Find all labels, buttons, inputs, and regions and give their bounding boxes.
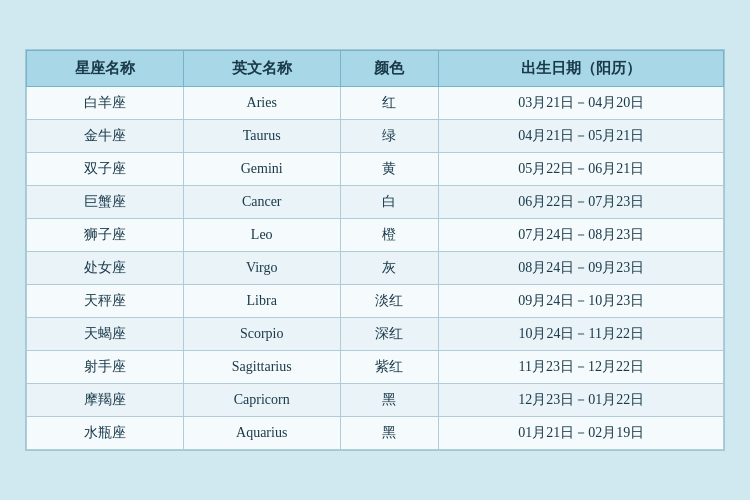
cell-color: 黑 (340, 384, 439, 417)
cell-dates: 06月22日－07月23日 (439, 186, 724, 219)
cell-color: 灰 (340, 252, 439, 285)
table-row: 天蝎座Scorpio深红10月24日－11月22日 (27, 318, 724, 351)
cell-color: 橙 (340, 219, 439, 252)
table-row: 巨蟹座Cancer白06月22日－07月23日 (27, 186, 724, 219)
cell-dates: 12月23日－01月22日 (439, 384, 724, 417)
cell-chinese-name: 水瓶座 (27, 417, 184, 450)
cell-english-name: Leo (183, 219, 340, 252)
header-chinese-name: 星座名称 (27, 51, 184, 87)
cell-color: 黑 (340, 417, 439, 450)
cell-chinese-name: 狮子座 (27, 219, 184, 252)
table-header-row: 星座名称 英文名称 颜色 出生日期（阳历） (27, 51, 724, 87)
cell-english-name: Scorpio (183, 318, 340, 351)
cell-english-name: Taurus (183, 120, 340, 153)
cell-color: 红 (340, 87, 439, 120)
cell-color: 绿 (340, 120, 439, 153)
cell-english-name: Cancer (183, 186, 340, 219)
table-row: 双子座Gemini黄05月22日－06月21日 (27, 153, 724, 186)
table-body: 白羊座Aries红03月21日－04月20日金牛座Taurus绿04月21日－0… (27, 87, 724, 450)
cell-color: 黄 (340, 153, 439, 186)
cell-chinese-name: 处女座 (27, 252, 184, 285)
header-english-name: 英文名称 (183, 51, 340, 87)
table-row: 狮子座Leo橙07月24日－08月23日 (27, 219, 724, 252)
zodiac-table-container: 星座名称 英文名称 颜色 出生日期（阳历） 白羊座Aries红03月21日－04… (25, 49, 725, 451)
cell-dates: 08月24日－09月23日 (439, 252, 724, 285)
cell-dates: 05月22日－06月21日 (439, 153, 724, 186)
zodiac-table: 星座名称 英文名称 颜色 出生日期（阳历） 白羊座Aries红03月21日－04… (26, 50, 724, 450)
cell-dates: 09月24日－10月23日 (439, 285, 724, 318)
cell-english-name: Aquarius (183, 417, 340, 450)
cell-chinese-name: 天秤座 (27, 285, 184, 318)
cell-chinese-name: 摩羯座 (27, 384, 184, 417)
header-color: 颜色 (340, 51, 439, 87)
cell-color: 深红 (340, 318, 439, 351)
cell-dates: 11月23日－12月22日 (439, 351, 724, 384)
cell-dates: 07月24日－08月23日 (439, 219, 724, 252)
cell-dates: 04月21日－05月21日 (439, 120, 724, 153)
cell-english-name: Libra (183, 285, 340, 318)
cell-dates: 01月21日－02月19日 (439, 417, 724, 450)
cell-dates: 03月21日－04月20日 (439, 87, 724, 120)
cell-dates: 10月24日－11月22日 (439, 318, 724, 351)
cell-english-name: Capricorn (183, 384, 340, 417)
cell-color: 紫红 (340, 351, 439, 384)
table-row: 射手座Sagittarius紫红11月23日－12月22日 (27, 351, 724, 384)
cell-chinese-name: 白羊座 (27, 87, 184, 120)
table-row: 处女座Virgo灰08月24日－09月23日 (27, 252, 724, 285)
table-row: 水瓶座Aquarius黑01月21日－02月19日 (27, 417, 724, 450)
table-row: 天秤座Libra淡红09月24日－10月23日 (27, 285, 724, 318)
cell-english-name: Sagittarius (183, 351, 340, 384)
cell-chinese-name: 巨蟹座 (27, 186, 184, 219)
cell-chinese-name: 金牛座 (27, 120, 184, 153)
cell-chinese-name: 双子座 (27, 153, 184, 186)
cell-color: 白 (340, 186, 439, 219)
cell-english-name: Aries (183, 87, 340, 120)
header-dates: 出生日期（阳历） (439, 51, 724, 87)
cell-chinese-name: 天蝎座 (27, 318, 184, 351)
table-row: 金牛座Taurus绿04月21日－05月21日 (27, 120, 724, 153)
cell-color: 淡红 (340, 285, 439, 318)
table-row: 摩羯座Capricorn黑12月23日－01月22日 (27, 384, 724, 417)
cell-english-name: Gemini (183, 153, 340, 186)
table-row: 白羊座Aries红03月21日－04月20日 (27, 87, 724, 120)
cell-english-name: Virgo (183, 252, 340, 285)
cell-chinese-name: 射手座 (27, 351, 184, 384)
